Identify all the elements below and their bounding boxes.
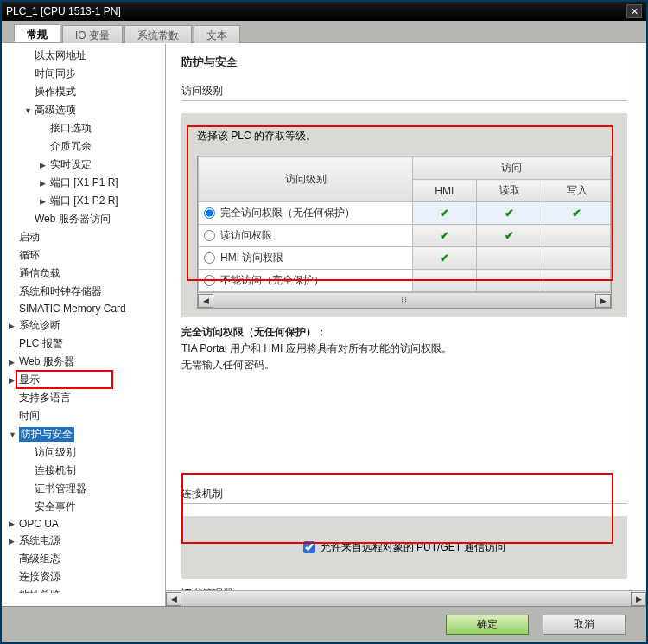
sidebar-item[interactable]: 证书管理器 — [2, 480, 165, 498]
table-row[interactable]: 读访问权限✔✔ — [199, 225, 611, 247]
sidebar-item-label: PLC 报警 — [19, 336, 63, 351]
sidebar-item-label: 循环 — [19, 248, 40, 263]
sidebar-item[interactable]: ▶实时设定 — [2, 156, 165, 174]
tab-io-vars[interactable]: IO 变量 — [62, 25, 123, 43]
sidebar-item-label: 时间 — [19, 409, 40, 424]
access-level-label: 完全访问权限（无任何保护） — [220, 207, 355, 219]
chevron-right-icon: ▶ — [9, 376, 17, 385]
cancel-button[interactable]: 取消 — [543, 615, 626, 635]
access-description: 完全访问权限（无任何保护）： TIA Portal 用户和 HMI 应用将具有对… — [181, 324, 627, 374]
chevron-right-icon: ▶ — [40, 179, 48, 188]
tab-text[interactable]: 文本 — [194, 25, 240, 43]
col-hmi: HMI — [413, 180, 477, 202]
content-pane: 防护与安全 访问级别 选择该 PLC 的存取等级。 访问级别 访问 — [166, 44, 646, 606]
sidebar-item[interactable]: ▶OPC UA — [2, 516, 165, 532]
sidebar-item[interactable]: 连接机制 — [2, 462, 165, 480]
nav-sidebar: 以太网地址时间同步操作模式▼高级选项接口选项介质冗余▶实时设定▶端口 [X1 P… — [2, 44, 166, 606]
sidebar-item[interactable]: 访问级别 — [2, 443, 165, 462]
sidebar-item[interactable]: ▶显示 — [2, 371, 165, 389]
sidebar-item[interactable]: 时间 — [2, 407, 165, 425]
sidebar-item[interactable]: ▶系统诊断 — [2, 316, 165, 335]
sidebar-item-label: OPC UA — [19, 518, 59, 530]
sidebar-item[interactable]: 操作模式 — [2, 83, 165, 101]
col-write: 写入 — [543, 180, 611, 202]
access-radio[interactable] — [204, 230, 215, 241]
check-icon: ✔ — [440, 207, 449, 220]
sidebar-scroll[interactable]: 以太网地址时间同步操作模式▼高级选项接口选项介质冗余▶实时设定▶端口 [X1 P… — [2, 47, 165, 593]
sidebar-item[interactable]: ▼防护与安全 — [2, 425, 165, 443]
chevron-right-icon: ▶ — [40, 197, 48, 206]
table-hscroll[interactable]: ◀ ⁞⁞ ▶ — [198, 292, 611, 308]
sidebar-item[interactable]: 系统和时钟存储器 — [2, 283, 165, 301]
chevron-right-icon: ▶ — [9, 358, 17, 367]
sidebar-item-label: 高级选项 — [35, 103, 76, 118]
content-scroll-right[interactable]: ▶ — [631, 592, 646, 606]
sidebar-item-label: 连接资源 — [19, 570, 60, 584]
sidebar-item[interactable]: ▶系统电源 — [2, 532, 165, 550]
sidebar-item[interactable]: 地址总览 — [2, 586, 165, 593]
access-table: 访问级别 访问 HMI 读取 写入 完全访问权限（无任何保护）✔✔✔读访问权限✔… — [198, 156, 611, 292]
sidebar-item[interactable]: 支持多语言 — [2, 389, 165, 407]
sidebar-item-label: 操作模式 — [35, 85, 76, 99]
sidebar-item[interactable]: SIMATIC Memory Card — [2, 301, 165, 316]
sidebar-item-label: 以太网地址 — [35, 48, 86, 63]
sidebar-item[interactable]: ▶端口 [X1 P1 R] — [2, 174, 165, 192]
sidebar-item[interactable]: 高级组态 — [2, 550, 165, 568]
tab-sys-const[interactable]: 系统常数 — [124, 25, 192, 43]
access-radio[interactable] — [204, 207, 215, 219]
access-radio[interactable] — [204, 252, 215, 264]
sidebar-item[interactable]: 安全事件 — [2, 498, 165, 516]
sidebar-item-label: Web 服务器访问 — [35, 212, 111, 226]
scroll-right-icon[interactable]: ▶ — [595, 294, 611, 308]
putget-label: 允许来自远程对象的 PUT/GET 通信访问 — [321, 540, 505, 555]
window-title: PLC_1 [CPU 1513-1 PN] — [6, 5, 121, 17]
sidebar-item-label: 时间同步 — [35, 67, 76, 81]
sidebar-item[interactable]: 连接资源 — [2, 568, 165, 586]
chevron-down-icon: ▼ — [24, 106, 33, 115]
button-bar: 确定 取消 — [2, 606, 646, 642]
sidebar-item[interactable]: Web 服务器访问 — [2, 210, 165, 228]
sidebar-item-label: 端口 [X1 P1 R] — [50, 175, 118, 190]
content-hscroll[interactable]: ◀ ▶ — [166, 590, 646, 606]
sidebar-item-label: 连接机制 — [35, 463, 76, 478]
titlebar: PLC_1 [CPU 1513-1 PN] ✕ — [2, 2, 646, 21]
close-icon[interactable]: ✕ — [626, 4, 642, 18]
check-icon: ✔ — [505, 229, 514, 242]
access-level-label: 不能访问（完全保护） — [220, 274, 324, 286]
putget-checkbox[interactable] — [303, 541, 315, 553]
chevron-right-icon: ▶ — [9, 322, 17, 330]
content-scroll-left[interactable]: ◀ — [166, 592, 181, 606]
access-radio[interactable] — [204, 275, 215, 286]
sidebar-item[interactable]: 时间同步 — [2, 65, 165, 83]
table-row[interactable]: 不能访问（完全保护） — [199, 270, 611, 292]
sidebar-item-label: 证书管理器 — [35, 481, 86, 496]
sidebar-item[interactable]: 介质冗余 — [2, 137, 165, 156]
sidebar-item[interactable]: PLC 报警 — [2, 335, 165, 353]
sidebar-item[interactable]: ▶Web 服务器 — [2, 353, 165, 371]
tab-general[interactable]: 常规 — [14, 24, 60, 42]
table-row[interactable]: HMI 访问权限✔ — [199, 247, 611, 270]
sidebar-item-label: 端口 [X1 P2 R] — [50, 194, 118, 208]
sidebar-item-label: 接口选项 — [50, 121, 92, 136]
sidebar-item[interactable]: ▼高级选项 — [2, 101, 165, 119]
check-icon: ✔ — [505, 207, 514, 220]
scroll-left-icon[interactable]: ◀ — [198, 294, 213, 308]
sidebar-item[interactable]: 循环 — [2, 246, 165, 265]
ok-button[interactable]: 确定 — [446, 615, 529, 635]
sidebar-item[interactable]: 启动 — [2, 228, 165, 246]
chevron-right-icon: ▶ — [9, 520, 17, 528]
table-row[interactable]: 完全访问权限（无任何保护）✔✔✔ — [199, 202, 611, 225]
dialog-window: PLC_1 [CPU 1513-1 PN] ✕ 常规 IO 变量 系统常数 文本… — [2, 2, 646, 642]
sidebar-item[interactable]: ▶端口 [X1 P2 R] — [2, 192, 165, 210]
chevron-down-icon: ▼ — [9, 430, 17, 439]
sidebar-item-label: Web 服务器 — [19, 354, 74, 369]
sidebar-item[interactable]: 通信负载 — [2, 265, 165, 283]
sidebar-item-label: 支持多语言 — [19, 391, 71, 405]
sidebar-item[interactable]: 接口选项 — [2, 119, 165, 137]
sidebar-item-label: 地址总览 — [19, 588, 60, 593]
conn-panel: 允许来自远程对象的 PUT/GET 通信访问 — [181, 516, 627, 579]
sidebar-item-label: 高级组态 — [19, 552, 60, 566]
sidebar-item[interactable]: 以太网地址 — [2, 47, 165, 65]
sidebar-item-label: 安全事件 — [35, 500, 76, 514]
check-icon: ✔ — [440, 252, 449, 265]
